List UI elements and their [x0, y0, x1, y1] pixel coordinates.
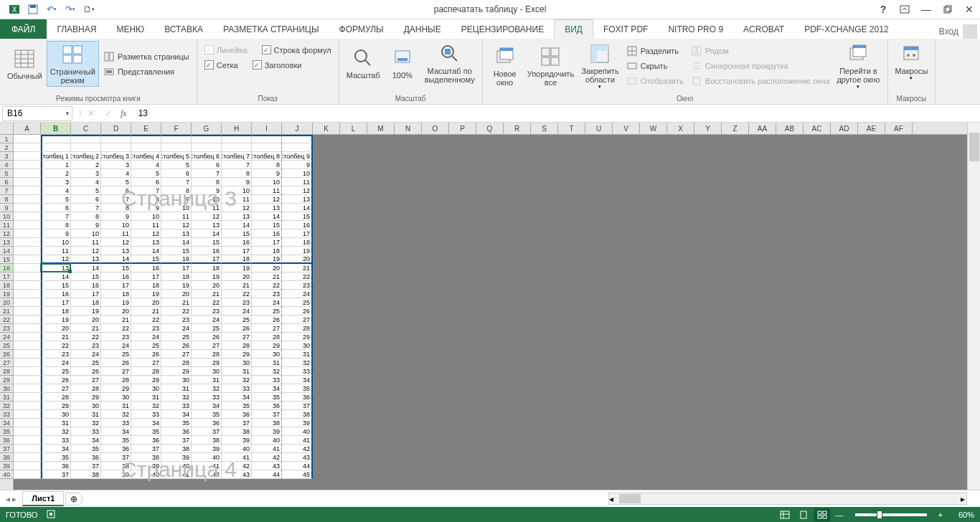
col-header[interactable]: S — [531, 123, 558, 134]
cell[interactable]: 9 — [192, 186, 222, 195]
cell[interactable]: 18 — [41, 307, 71, 315]
cell[interactable]: 42 — [192, 470, 222, 479]
cell[interactable]: 19 — [101, 298, 131, 307]
cell[interactable]: 25 — [222, 315, 252, 324]
zoom-thumb[interactable] — [877, 511, 882, 519]
cell[interactable]: 25 — [101, 350, 131, 359]
cell[interactable]: 11 — [131, 221, 161, 229]
cell[interactable]: 40 — [252, 436, 282, 445]
tab-главная[interactable]: ГЛАВНАЯ — [47, 19, 106, 39]
cell[interactable] — [14, 436, 41, 445]
headings-checkbox[interactable]: ✓Заголовки — [250, 59, 305, 71]
cell[interactable]: 12 — [101, 238, 131, 247]
cell[interactable]: 3 — [71, 169, 101, 178]
cell[interactable]: 10 — [71, 229, 101, 238]
cell[interactable]: 21 — [101, 315, 131, 324]
cell[interactable]: 2 — [71, 161, 101, 169]
cell[interactable]: 4 — [101, 169, 131, 178]
cell[interactable] — [14, 161, 41, 169]
cell[interactable] — [14, 229, 41, 238]
cell[interactable]: 10 — [222, 186, 252, 195]
cell[interactable]: 35 — [41, 453, 71, 462]
cell[interactable]: 38 — [222, 427, 252, 436]
cell[interactable]: 13 — [101, 247, 131, 255]
cell[interactable]: 17 — [252, 238, 282, 247]
cell[interactable]: 28 — [252, 333, 282, 341]
cell[interactable]: 15 — [131, 255, 161, 264]
cell[interactable]: 31 — [192, 376, 222, 384]
cell[interactable]: 36 — [101, 445, 131, 453]
cell[interactable]: 20 — [222, 272, 252, 281]
cell[interactable]: 29 — [252, 341, 282, 350]
cell[interactable]: 16 — [161, 255, 192, 264]
cell[interactable] — [14, 333, 41, 341]
cell[interactable]: 39 — [101, 470, 131, 479]
cell[interactable]: 26 — [192, 333, 222, 341]
cell[interactable]: 33 — [41, 436, 71, 445]
cell[interactable] — [14, 393, 41, 402]
cell[interactable]: 31 — [131, 393, 161, 402]
enter-formula-icon[interactable]: ✓ — [100, 108, 116, 118]
cell[interactable] — [14, 324, 41, 333]
cell[interactable]: 43 — [252, 462, 282, 470]
row-header[interactable]: 19 — [0, 290, 13, 298]
cell[interactable]: 9 — [131, 204, 161, 212]
cell[interactable]: 31 — [252, 359, 282, 367]
cell[interactable]: 14 — [41, 272, 71, 281]
tab-acrobat[interactable]: ACROBAT — [733, 19, 794, 39]
cell[interactable]: 16 — [41, 290, 71, 298]
cell[interactable] — [41, 143, 71, 152]
cell[interactable]: 25 — [131, 341, 161, 350]
cell[interactable]: 32 — [222, 376, 252, 384]
cell[interactable]: 6 — [71, 195, 101, 204]
cell[interactable]: 24 — [131, 333, 161, 341]
row-header[interactable]: 16 — [0, 264, 13, 272]
cell[interactable]: 29 — [192, 359, 222, 367]
col-header[interactable]: AE — [858, 123, 885, 134]
cell[interactable] — [14, 376, 41, 384]
row-header[interactable]: 29 — [0, 376, 13, 384]
cell[interactable]: 26 — [131, 350, 161, 359]
cell[interactable]: 6 — [41, 204, 71, 212]
cell[interactable]: 14 — [131, 247, 161, 255]
cell[interactable]: 16 — [71, 281, 101, 290]
cell[interactable]: 26 — [41, 376, 71, 384]
cell[interactable]: 17 — [192, 255, 222, 264]
cell[interactable]: 41 — [252, 445, 282, 453]
cell[interactable]: 16 — [101, 272, 131, 281]
cell[interactable]: 24 — [252, 298, 282, 307]
cell[interactable]: 6 — [192, 161, 222, 169]
cell[interactable] — [161, 143, 192, 152]
cell[interactable]: 30 — [161, 376, 192, 384]
cell[interactable]: 11 — [192, 204, 222, 212]
cell[interactable]: 15 — [252, 221, 282, 229]
add-sheet-button[interactable]: ⊕ — [65, 493, 83, 506]
formula-bar-checkbox[interactable]: ✓Строка формул — [259, 44, 334, 56]
cell[interactable]: 11 — [282, 178, 313, 186]
cell[interactable]: 17 — [282, 229, 313, 238]
row-header[interactable]: 5 — [0, 169, 13, 178]
cell[interactable]: 1 — [41, 161, 71, 169]
cell[interactable] — [14, 341, 41, 350]
cell[interactable]: 12 — [252, 195, 282, 204]
cell[interactable]: 31 — [71, 410, 101, 419]
cell[interactable]: 35 — [252, 393, 282, 402]
name-box[interactable]: B16▼ — [2, 106, 72, 121]
cell[interactable]: 41 — [282, 436, 313, 445]
col-header[interactable]: W — [640, 123, 667, 134]
tab-вставка[interactable]: ВСТАВКА — [154, 19, 213, 39]
cell[interactable]: 20 — [192, 281, 222, 290]
cell[interactable]: 32 — [41, 427, 71, 436]
tab-разметка-страницы[interactable]: РАЗМЕТКА СТРАНИЦЫ — [213, 19, 329, 39]
col-header[interactable]: AA — [749, 123, 776, 134]
cell[interactable] — [282, 135, 313, 143]
cell[interactable]: 17 — [41, 298, 71, 307]
cell[interactable]: 39 — [131, 462, 161, 470]
col-header[interactable]: M — [367, 123, 395, 134]
cell[interactable]: 29 — [282, 333, 313, 341]
cell[interactable]: 32 — [282, 359, 313, 367]
row-header[interactable]: 12 — [0, 229, 13, 238]
cell[interactable]: 13 — [222, 212, 252, 221]
row-header[interactable]: 33 — [0, 410, 13, 419]
cell[interactable]: 34 — [192, 402, 222, 410]
